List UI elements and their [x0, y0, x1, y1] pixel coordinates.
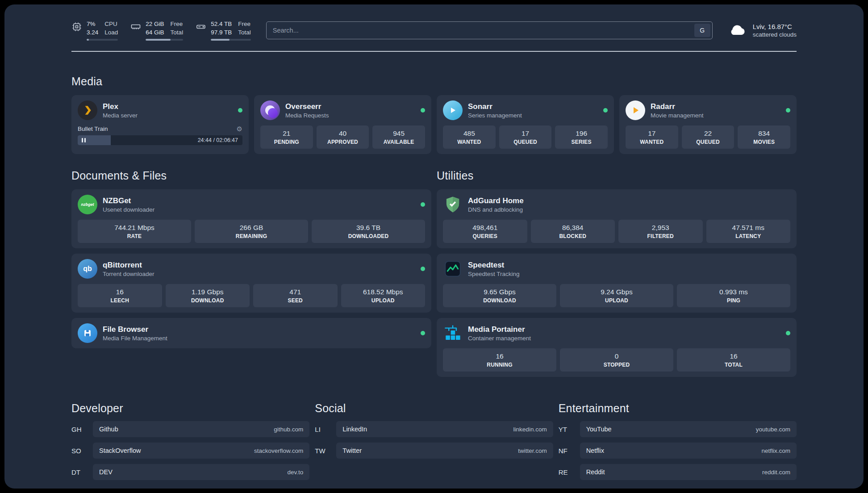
service-name: AdGuard Home: [468, 196, 524, 205]
bookmark-link-linkedin[interactable]: LinkedIn linkedin.com: [336, 421, 553, 437]
stat-total: 16 TOTAL: [677, 348, 790, 372]
stat-value: 22: [684, 130, 733, 138]
service-card-plex[interactable]: Plex Media server Bullet Train ⚙ 24:44 /…: [71, 95, 249, 154]
cpu-load-value: 3.24: [87, 29, 98, 37]
documents-column: Documents & Files nzbget NZBGet Usenet d…: [71, 169, 431, 348]
stat-approved: 40 APPROVED: [317, 125, 369, 149]
stat-label: FILTERED: [620, 233, 701, 239]
bookmark-domain: linkedin.com: [513, 426, 547, 433]
disk-total-value: 97.9 TB: [211, 29, 232, 37]
stat-label: LEECH: [79, 297, 160, 304]
stat-movies: 834 MOVIES: [738, 125, 790, 149]
bookmark-link-stackoverflow[interactable]: StackOverflow stackoverflow.com: [93, 443, 309, 459]
stat-value: 0.993 ms: [679, 288, 789, 296]
stat-value: 39.6 TB: [313, 224, 423, 232]
service-description: Media File Management: [103, 335, 167, 342]
stat-wanted: 17 WANTED: [626, 125, 678, 149]
bookmark-link-dev[interactable]: DEV dev.to: [93, 464, 309, 480]
bookmark-link-github[interactable]: Github github.com: [93, 421, 309, 437]
developer-column: Developer GH Github github.com SO StackO…: [71, 402, 309, 480]
stat-label: DOWNLOAD: [445, 297, 555, 304]
stat-value: 17: [627, 130, 676, 138]
bookmark-link-netflix[interactable]: Netflix netflix.com: [580, 443, 797, 459]
service-description: Torrent downloader: [103, 271, 154, 277]
bookmarks-grid: Developer GH Github github.com SO StackO…: [71, 402, 797, 480]
service-card-portainer[interactable]: Media Portainer Container management 16 …: [437, 318, 797, 377]
stat-label: BLOCKED: [533, 233, 613, 239]
service-card-radarr[interactable]: Radarr Movie management 17 WANTED 22 QUE…: [619, 95, 797, 154]
search-provider-button[interactable]: G: [694, 24, 710, 37]
stat-wanted: 485 WANTED: [443, 125, 496, 149]
ram-progress-fill: [146, 39, 170, 41]
service-description: Movie management: [651, 112, 704, 119]
service-description: Media Requests: [285, 112, 329, 119]
bookmark-abbr: RE: [559, 468, 580, 476]
gear-icon[interactable]: ⚙: [237, 125, 242, 132]
weather-location: Lviv, 16.87°C: [753, 23, 797, 30]
bookmark-linkedin: LI LinkedIn linkedin.com: [315, 421, 553, 437]
stat-pending: 21 PENDING: [260, 125, 313, 149]
stat-queued: 17 QUEUED: [499, 125, 552, 149]
service-description: Speedtest Tracking: [468, 271, 520, 277]
cpu-progress-bar: [87, 39, 118, 41]
bookmark-name: StackOverflow: [99, 447, 141, 454]
service-card-overseerr[interactable]: Overseerr Media Requests 21 PENDING 40 A…: [254, 95, 431, 154]
cpu-label-bottom: Load: [104, 29, 118, 37]
stat-value: 1.19 Gbps: [167, 288, 248, 296]
search-bar: G: [266, 21, 713, 39]
bookmark-stackoverflow: SO StackOverflow stackoverflow.com: [71, 443, 309, 459]
bookmark-abbr: GH: [71, 426, 93, 433]
stat-rate: 744.21 Mbps RATE: [78, 220, 191, 243]
section-title-media: Media: [71, 75, 797, 88]
bookmark-github: GH Github github.com: [71, 421, 309, 437]
stat-label: MOVIES: [739, 139, 789, 145]
stat-blocked: 86,384 BLOCKED: [531, 220, 615, 243]
stat-value: 16: [79, 288, 160, 296]
service-card-filebrowser[interactable]: File Browser Media File Management: [71, 318, 431, 348]
stat-latency: 47.571 ms LATENCY: [706, 220, 791, 243]
bookmark-name: LinkedIn: [342, 426, 367, 433]
service-card-adguard[interactable]: AdGuard Home DNS and adblocking 498,461 …: [437, 189, 797, 248]
topbar-divider: [71, 51, 797, 52]
stat-value: 86,384: [533, 224, 613, 232]
status-dot: [238, 108, 242, 113]
pause-icon[interactable]: [82, 138, 86, 142]
sonarr-icon: [443, 100, 463, 120]
bookmark-name: Twitter: [342, 447, 362, 454]
cpu-progress-fill: [87, 39, 89, 41]
service-card-speedtest[interactable]: Speedtest Speedtest Tracking 9.65 Gbps D…: [437, 254, 797, 313]
stat-label: RUNNING: [445, 362, 555, 368]
service-card-nzbget[interactable]: nzbget NZBGet Usenet downloader 744.21 M…: [71, 189, 431, 248]
section-title-developer: Developer: [71, 402, 309, 415]
search-input[interactable]: [266, 21, 713, 39]
service-description: Container management: [468, 335, 531, 342]
stat-label: SEED: [255, 297, 336, 304]
status-dot: [421, 202, 425, 207]
service-description: Usenet downloader: [103, 206, 154, 213]
ram-label-bottom: Total: [171, 29, 184, 37]
bookmark-abbr: SO: [71, 447, 93, 455]
bookmark-link-reddit[interactable]: Reddit reddit.com: [580, 464, 797, 480]
disk-label-top: Free: [238, 20, 251, 28]
disk-progress-bar: [211, 39, 251, 41]
service-name: Plex: [103, 102, 138, 111]
service-card-qbittorrent[interactable]: qb qBittorrent Torrent downloader 16: [71, 254, 431, 313]
playback-time: 24:44 / 02:06:47: [198, 137, 238, 143]
bookmark-abbr: NF: [559, 447, 580, 455]
bookmark-link-youtube[interactable]: YouTube youtube.com: [580, 421, 797, 437]
status-dot: [786, 331, 790, 335]
stat-label: APPROVED: [318, 139, 367, 145]
weather-condition: scattered clouds: [753, 31, 797, 38]
disk-progress-fill: [211, 39, 230, 41]
bookmark-link-twitter[interactable]: Twitter twitter.com: [336, 443, 553, 459]
stat-upload: 9.24 Gbps UPLOAD: [560, 284, 673, 307]
service-card-sonarr[interactable]: Sonarr Series management 485 WANTED 17 Q…: [437, 95, 614, 154]
stat-label: PING: [679, 297, 789, 304]
stat-label: QUEUED: [684, 139, 733, 145]
ram-label-top: Free: [171, 20, 184, 28]
bookmark-dev: DT DEV dev.to: [71, 464, 309, 480]
stat-label: UPLOAD: [343, 297, 424, 304]
section-title-entertainment: Entertainment: [559, 402, 797, 415]
cloud-icon: [728, 20, 747, 41]
service-name: File Browser: [103, 325, 167, 334]
